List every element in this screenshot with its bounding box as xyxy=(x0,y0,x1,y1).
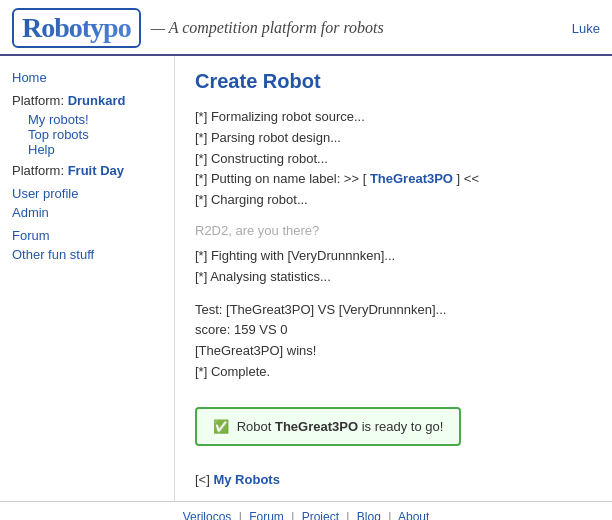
footer-sep-1: | xyxy=(239,510,242,520)
sidebar-platform1: Platform: Drunkard xyxy=(12,93,162,108)
my-robots-nav-link[interactable]: My Robots xyxy=(213,472,279,487)
help-link[interactable]: Help xyxy=(28,142,55,157)
log-line-5: [*] Charging robot... xyxy=(195,190,592,211)
top-robots-link[interactable]: Top robots xyxy=(28,127,89,142)
header: Robotypo — A competition platform for ro… xyxy=(0,0,612,56)
admin-link[interactable]: Admin xyxy=(12,205,162,220)
sidebar-item-admin[interactable]: Admin xyxy=(12,205,162,220)
log-block-3: Test: [TheGreat3PO] VS [VeryDrunnnken]..… xyxy=(195,300,592,383)
sidebar: Home Platform: Drunkard My robots! Top r… xyxy=(0,56,175,501)
ready-prefix: Robot xyxy=(237,419,272,434)
footer: Verilocos | Forum | Project | Blog | Abo… xyxy=(0,501,612,520)
footer-sep-4: | xyxy=(388,510,391,520)
home-link[interactable]: Home xyxy=(12,70,162,85)
sidebar-item-other-fun[interactable]: Other fun stuff xyxy=(12,247,162,262)
my-robots-bracket: [<] xyxy=(195,472,210,487)
platform1-prefix: Platform: xyxy=(12,93,64,108)
footer-project-link[interactable]: Project xyxy=(302,510,339,520)
logo: Robotypo xyxy=(12,8,141,48)
sidebar-sub1: My robots! Top robots Help xyxy=(12,112,162,157)
check-icon: ✅ xyxy=(213,419,229,434)
my-robots-link[interactable]: My robots! xyxy=(28,112,89,127)
sidebar-item-user-profile[interactable]: User profile xyxy=(12,186,162,201)
log-line-2: [*] Parsing robot design... xyxy=(195,128,592,149)
log-line-3: [*] Constructing robot... xyxy=(195,149,592,170)
user-profile-link[interactable]: User profile xyxy=(12,186,162,201)
test-line: Test: [TheGreat3PO] VS [VeryDrunnnken]..… xyxy=(195,300,592,321)
log-block-1: [*] Formalizing robot source... [*] Pars… xyxy=(195,107,592,211)
page-title: Create Robot xyxy=(195,70,592,93)
forum-link[interactable]: Forum xyxy=(12,228,162,243)
footer-verilocos-link[interactable]: Verilocos xyxy=(183,510,232,520)
footer-sep-2: | xyxy=(291,510,294,520)
log-block-2: [*] Fighting with [VeryDrunnnken]... [*]… xyxy=(195,246,592,288)
score-line: score: 159 VS 0 xyxy=(195,320,592,341)
log-line-6: [*] Fighting with [VeryDrunnnken]... xyxy=(195,246,592,267)
my-robots-section: [<] My Robots xyxy=(195,472,592,487)
sidebar-item-forum[interactable]: Forum xyxy=(12,228,162,243)
main-content: Create Robot [*] Formalizing robot sourc… xyxy=(175,56,612,501)
wins-line: [TheGreat3PO] wins! xyxy=(195,341,592,362)
ready-robot-name: TheGreat3PO xyxy=(275,419,358,434)
complete-line: [*] Complete. xyxy=(195,362,592,383)
tagline: — A competition platform for robots xyxy=(151,19,384,37)
log-line-4: [*] Putting on name label: >> [ TheGreat… xyxy=(195,169,592,190)
layout: Home Platform: Drunkard My robots! Top r… xyxy=(0,56,612,501)
header-user-link[interactable]: Luke xyxy=(572,21,600,36)
sidebar-item-home[interactable]: Home xyxy=(12,70,162,85)
ready-box: ✅ Robot TheGreat3PO is ready to go! xyxy=(195,407,461,446)
footer-sep-3: | xyxy=(346,510,349,520)
log-line-1: [*] Formalizing robot source... xyxy=(195,107,592,128)
footer-about-link[interactable]: About xyxy=(398,510,429,520)
r2d2-message: R2D2, are you there? xyxy=(195,223,592,238)
ready-suffix: is ready to go! xyxy=(362,419,444,434)
sidebar-platform2: Platform: Fruit Day xyxy=(12,163,162,178)
other-fun-link[interactable]: Other fun stuff xyxy=(12,247,162,262)
platform2-name-link[interactable]: Fruit Day xyxy=(68,163,124,178)
platform1-name-link[interactable]: Drunkard xyxy=(68,93,126,108)
robot-name-highlight-1: TheGreat3PO xyxy=(370,171,453,186)
footer-forum-link[interactable]: Forum xyxy=(249,510,284,520)
logo-area: Robotypo — A competition platform for ro… xyxy=(12,8,384,48)
platform2-prefix: Platform: xyxy=(12,163,64,178)
footer-blog-link[interactable]: Blog xyxy=(357,510,381,520)
log-line-7: [*] Analysing statistics... xyxy=(195,267,592,288)
